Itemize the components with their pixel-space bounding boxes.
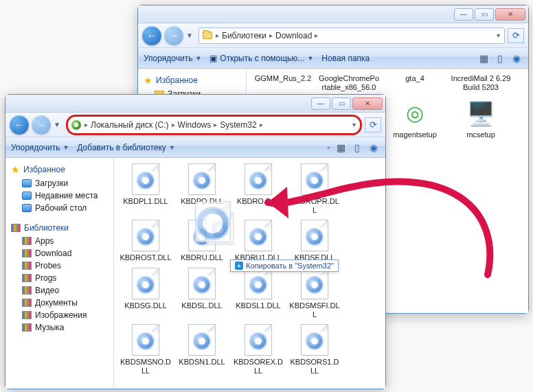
dll-icon xyxy=(132,324,159,356)
file-label: KBDSL1.DLL xyxy=(236,301,280,310)
nav-bar: ← → ▼ ▸ Локальный диск (C:) ▸ Windows ▸ … xyxy=(5,113,385,137)
dll-icon xyxy=(245,268,272,299)
file-item[interactable]: KBDROST.DLL xyxy=(118,218,173,264)
library-icon xyxy=(22,323,32,332)
sidebar-item-label: Документы xyxy=(35,298,78,308)
breadcrumb-item[interactable]: Библиотеки xyxy=(222,31,266,41)
navigation-pane[interactable]: ★ Избранное ЗагрузкиНедавние местаРабочи… xyxy=(5,158,114,389)
close-button[interactable] xyxy=(352,97,383,110)
favorites-label: Избранное xyxy=(23,165,65,174)
sidebar-item-label: Progs xyxy=(35,273,56,283)
close-button[interactable] xyxy=(495,8,525,21)
file-label: KBDSG.DLL xyxy=(124,301,167,310)
preview-pane-button[interactable]: ▯ xyxy=(351,141,363,154)
file-item[interactable]: KBDSG.DLL xyxy=(118,266,173,320)
file-item[interactable]: 🖥️mcsetup xyxy=(449,97,513,149)
back-button[interactable]: ← xyxy=(142,26,161,45)
sidebar-item-label: Загрузки xyxy=(35,178,68,188)
file-item[interactable]: KBDROPR.DLL xyxy=(287,162,342,216)
sidebar-item[interactable]: Рабочий стол xyxy=(7,202,112,214)
file-item[interactable]: GGMM_Rus_2.2 xyxy=(251,73,315,93)
sidebar-item[interactable]: Недавние места xyxy=(7,189,112,202)
file-item[interactable]: KBDSOREX.DLL xyxy=(231,323,286,376)
forward-button[interactable]: → xyxy=(164,26,183,45)
breadcrumb-item[interactable]: System32 xyxy=(220,120,256,130)
breadcrumb-item[interactable]: Windows xyxy=(178,120,212,130)
app-icon: ◎ xyxy=(400,98,430,128)
sidebar-item[interactable]: Probes xyxy=(7,260,112,272)
view-button[interactable]: ▦ xyxy=(477,52,490,65)
file-item[interactable]: KBDSF.DLL xyxy=(287,218,342,264)
file-item[interactable]: KBDSORS1.DLL xyxy=(287,323,342,376)
sidebar-item-label: Probes xyxy=(35,261,61,270)
library-icon xyxy=(22,249,32,257)
overflow-chevron[interactable]: » xyxy=(327,144,330,151)
sidebar-item[interactable]: Apps xyxy=(7,235,112,247)
breadcrumb-separator: ▸ xyxy=(212,121,218,128)
history-dropdown[interactable]: ▼ xyxy=(186,32,196,39)
chevron-down-icon: ▼ xyxy=(63,144,69,151)
sidebar-item[interactable]: Progs xyxy=(7,272,112,284)
file-item[interactable]: KBDSL1.DLL xyxy=(231,266,286,320)
new-folder-button[interactable]: Новая папка xyxy=(321,54,370,63)
organize-menu[interactable]: Упорядочить ▼ xyxy=(11,143,69,152)
back-button[interactable]: ← xyxy=(10,115,29,135)
breadcrumb-separator: ▸ xyxy=(268,32,274,39)
titlebar[interactable]: — ▭ xyxy=(138,5,528,23)
file-item[interactable]: KBDPO.DLL xyxy=(174,162,229,216)
libraries-label: Библиотеки xyxy=(24,223,69,233)
dll-icon xyxy=(132,220,159,251)
file-item[interactable]: ◎magentsetup xyxy=(383,97,447,149)
sidebar-item[interactable]: Загрузки xyxy=(7,177,112,189)
dll-icon xyxy=(132,163,159,195)
sidebar-item[interactable]: Музыка xyxy=(7,321,112,334)
file-label: KBDRO.DLL xyxy=(237,197,280,206)
favorites-header[interactable]: ★ Избранное xyxy=(139,73,245,88)
file-list[interactable]: KBDPL1.DLLKBDPO.DLLKBDRO.DLLKBDROPR.DLLK… xyxy=(114,158,385,389)
maximize-button[interactable]: ▭ xyxy=(332,97,351,110)
file-item[interactable]: KBDSMSFI.DLL xyxy=(287,266,342,320)
preview-pane-button[interactable]: ▯ xyxy=(494,52,506,65)
file-item[interactable]: IncrediMail 2 6.29 Build 5203 xyxy=(449,73,513,93)
organize-menu[interactable]: Упорядочить ▼ xyxy=(144,54,201,63)
sidebar-item[interactable]: Download xyxy=(7,247,112,260)
file-item[interactable]: gta_4 xyxy=(383,73,447,93)
command-bar: Упорядочить ▼ Добавить в библиотеку ▼ » … xyxy=(5,137,385,158)
refresh-button[interactable]: ⟳ xyxy=(508,28,524,43)
address-bar[interactable]: ▸ Библиотеки ▸ Download ▸ ▾ xyxy=(199,27,505,44)
file-item[interactable]: KBDSN1.DLL xyxy=(174,323,229,376)
libraries-header[interactable]: Библиотеки xyxy=(7,221,112,235)
dll-icon xyxy=(301,268,328,299)
breadcrumb-item[interactable]: Локальный диск (C:) xyxy=(91,120,169,130)
breadcrumb-item[interactable]: Download xyxy=(275,31,312,41)
help-button[interactable]: ◉ xyxy=(367,141,380,154)
open-icon: ▣ xyxy=(209,54,217,63)
file-item[interactable]: KBDPL1.DLL xyxy=(118,162,173,216)
file-item[interactable]: KBDSMSNO.DLL xyxy=(118,323,173,376)
sidebar-item[interactable]: Документы xyxy=(7,297,112,309)
chevron-down-icon: ▼ xyxy=(307,55,313,62)
open-with-button[interactable]: ▣ Открыть с помощью... ▼ xyxy=(209,54,313,63)
address-dropdown[interactable]: ▾ xyxy=(495,32,501,39)
star-icon: ★ xyxy=(11,164,20,175)
sidebar-item[interactable]: Изображения xyxy=(7,309,112,321)
history-dropdown[interactable]: ▼ xyxy=(54,121,63,128)
file-item[interactable]: GoogleChromePortable_x86_56.0 xyxy=(317,73,381,93)
file-item[interactable]: KBDRU1.DLL xyxy=(231,218,286,264)
help-button[interactable]: ◉ xyxy=(510,52,523,65)
address-dropdown[interactable]: ▾ xyxy=(351,121,357,128)
address-bar[interactable]: ▸ Локальный диск (C:) ▸ Windows ▸ System… xyxy=(66,115,362,135)
sidebar-item[interactable]: Видео xyxy=(7,284,112,297)
titlebar[interactable]: — ▭ xyxy=(5,95,385,113)
favorites-header[interactable]: ★ Избранное xyxy=(7,162,112,177)
forward-button[interactable]: → xyxy=(32,115,51,135)
view-button[interactable]: ▦ xyxy=(334,141,347,154)
maximize-button[interactable]: ▭ xyxy=(475,8,494,21)
minimize-button[interactable]: — xyxy=(311,97,330,110)
file-item[interactable]: KBDRO.DLL xyxy=(231,162,286,216)
minimize-button[interactable]: — xyxy=(454,8,473,21)
file-item[interactable]: KBDRU.DLL xyxy=(174,218,229,264)
file-item[interactable]: KBDSL.DLL xyxy=(174,266,229,320)
refresh-button[interactable]: ⟳ xyxy=(365,117,381,132)
add-to-library-menu[interactable]: Добавить в библиотеку ▼ xyxy=(77,143,174,152)
